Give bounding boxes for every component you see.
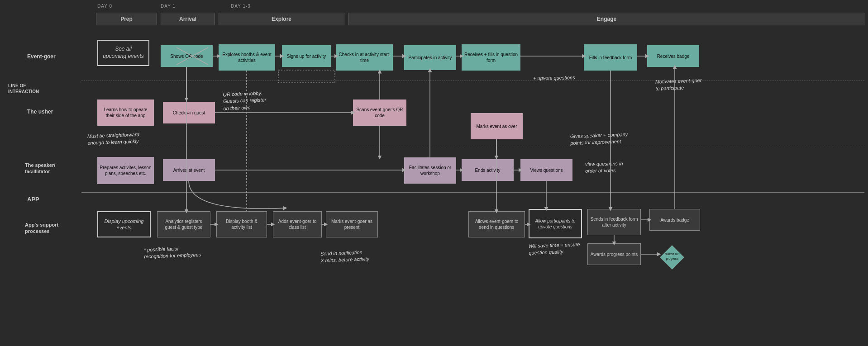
line-app-solid (81, 192, 864, 193)
svg-text:progress: progress (666, 257, 678, 261)
box-adds-event-goer: Adds event-goer to class list (273, 211, 322, 237)
box-learns-app: Learns how to opeate their side of the a… (97, 100, 154, 126)
row-label-app: APP (27, 196, 39, 204)
note-gives-speaker: Gives speaker + companypoints for improv… (570, 131, 628, 147)
box-arrives: Arrives at event (163, 159, 215, 181)
box-display-upcoming: Display upcoming events (97, 211, 151, 237)
line-interaction (81, 81, 864, 81)
box-shows-qr: Shows QR code (161, 45, 213, 67)
box-prepares: Prepares activites, lesson plans, speech… (97, 157, 154, 184)
box-fills-feedback: Fills in feedback form (584, 44, 637, 71)
note-view-questions: view questions inorder of votes (585, 160, 623, 175)
box-scans-qr: Scans event-goer's QR code (353, 100, 406, 126)
svg-text:Maxed out: Maxed out (665, 252, 680, 256)
phase-arrival: Arrival (161, 13, 215, 25)
day-1-label: DAY 1 (161, 4, 176, 9)
note-qr-lobby: QR code in lobby.Guests can registeron t… (223, 90, 267, 112)
phase-prep: Prep (96, 13, 157, 25)
box-marks-event-over: Marks event as over (471, 113, 523, 139)
box-checks-in-guest: Checks-in guest (163, 102, 215, 123)
box-signs-up: Signs up for activity (282, 45, 331, 67)
box-checks-in-activity: Checks in at activity start-time (336, 44, 393, 71)
diagram-container: DAY 0 DAY 1 DAY 1-3 Prep Arrival Explore… (0, 0, 868, 346)
row-label-usher: The usher (27, 109, 53, 116)
note-facial: * possible facialrecognition for employe… (144, 245, 201, 261)
note-motivates: Motivates event-goerto participate (655, 77, 702, 92)
day-0-label: DAY 0 (97, 4, 112, 9)
note-save-time: Will save time + ensurequestion quality (528, 241, 580, 257)
row-label-speaker: The speaker/facilllitator (25, 162, 55, 175)
phase-engage: Engage (348, 13, 865, 25)
line-usher-speaker (81, 145, 864, 145)
box-awards-badge: Awards badge (649, 209, 700, 231)
phase-explore: Explore (219, 13, 344, 25)
box-facilitates: Facilitates session or workshop (404, 157, 456, 184)
diamond-shape: Maxed out progress (659, 244, 685, 270)
box-analytics: Analytics registers guest & guest type (157, 211, 210, 237)
box-display-booth: Display booth & activity list (216, 211, 267, 237)
box-awards-progress: Awards progress points (587, 243, 641, 265)
row-label-interaction: LINE OFINTERACTION (8, 83, 39, 95)
diamond-container: Maxed out progress (659, 244, 685, 270)
box-views-questions: Views questions (520, 159, 572, 181)
row-label-app-support: App's supportprocesses (25, 222, 58, 235)
box-receives-badge: Receives badge (647, 45, 699, 67)
box-participates: Participates in activity (404, 45, 456, 70)
note-notification: Send in notificationX mins. before activ… (320, 249, 369, 265)
box-allows-questions: Allows event-goers to send in questions (468, 211, 525, 237)
day-1-3-label: DAY 1-3 (231, 4, 251, 9)
box-ends-activity: Ends activity (462, 159, 514, 181)
box-see-upcoming-events: See allupcoming events (97, 40, 149, 66)
row-label-event-goer: Event-goer (27, 53, 56, 61)
note-upvote: + upvote questions (533, 74, 575, 82)
box-explores-booths: Explores booths & event activities (219, 44, 275, 71)
box-allow-upvote: Allow participants to upvote questions (529, 209, 582, 238)
box-sends-feedback: Sends in feedback form after activity (587, 209, 641, 235)
box-receives-fills: Receives + fills in question form (462, 44, 520, 71)
note-straightforward: Must be straightforwardenough to learn q… (87, 131, 139, 147)
box-marks-present: Marks event-goer as present (326, 211, 378, 237)
